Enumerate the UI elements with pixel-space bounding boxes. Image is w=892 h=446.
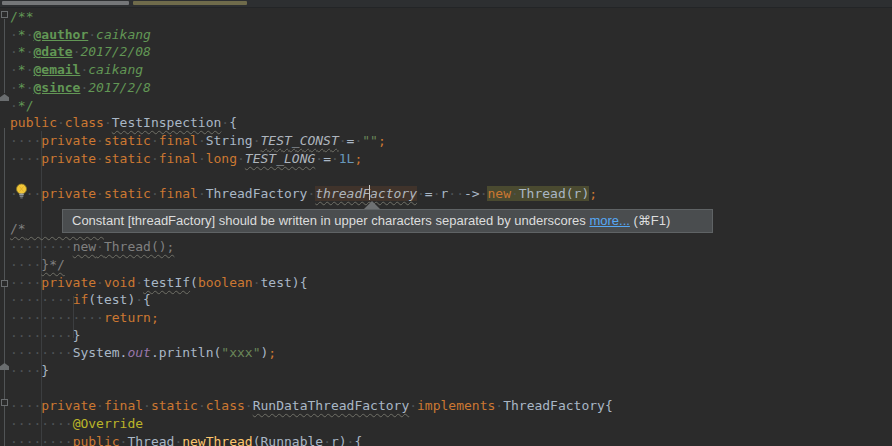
whitespace-dots: ·: [237, 151, 245, 166]
code-token: private·static·final: [41, 133, 198, 148]
code-token: return;: [104, 310, 159, 325]
whitespace-dots: ·: [135, 275, 143, 290]
code-token: TestInspection: [112, 115, 222, 130]
whitespace-dots: ·: [409, 398, 417, 413]
whitespace-dots: ····: [10, 133, 41, 148]
code-token: @date: [33, 44, 72, 59]
whitespace-dots: ····: [10, 257, 41, 272]
code-token: ····: [10, 398, 41, 413]
intention-lightbulb-icon[interactable]: [14, 183, 29, 199]
code-token: ·: [245, 398, 253, 413]
code-token: (test)·{: [88, 292, 151, 307]
code-token: ·2017/2/08: [73, 44, 151, 59]
code-line: public·class·TestInspection·{: [10, 114, 237, 132]
code-token: "xxx": [221, 345, 260, 360]
code-token: ·*/: [10, 98, 33, 113]
code-token: ;: [268, 345, 276, 360]
code-token: ········: [10, 434, 73, 446]
whitespace-dots: ········: [10, 292, 73, 307]
whitespace-dots: ········: [10, 239, 73, 254]
code-token: /**: [10, 9, 33, 24]
whitespace-dots: ····: [10, 363, 41, 378]
code-token: ·2017/2/8: [80, 80, 150, 95]
whitespace-dots: ·: [104, 115, 112, 130]
whitespace-dots: ·: [80, 80, 88, 95]
code-token: ·{: [221, 115, 237, 130]
code-line: /**: [10, 8, 33, 26]
code-token: ····: [10, 133, 41, 148]
code-line: ····}*/: [10, 256, 65, 274]
whitespace-dots: ·: [96, 133, 104, 148]
code-token: TEST_CONST: [261, 133, 339, 148]
whitespace-dots: ·: [96, 186, 104, 201]
code-line: ····private·static·final·String·TEST_CON…: [10, 132, 386, 150]
whitespace-dots: ·: [198, 151, 206, 166]
whitespace-dots: ········: [10, 345, 73, 360]
code-token: ·test){: [253, 275, 308, 290]
code-token: ;: [378, 133, 386, 148]
code-line: ········if(test)·{: [10, 291, 151, 309]
code-token: "": [362, 133, 378, 148]
code-token: private·static·final: [41, 151, 198, 166]
code-token: (: [190, 275, 198, 290]
code-line: ····private·static·final·long·TEST_LONG·…: [10, 150, 362, 168]
code-token: @since: [33, 80, 80, 95]
code-line: ····private·void·testIf(boolean·test){: [10, 274, 307, 292]
whitespace-dots: ·: [96, 239, 104, 254]
code-token: ············: [10, 310, 104, 325]
code-token: ·: [198, 151, 206, 166]
code-token: ·ThreadFactory·: [198, 186, 315, 201]
code-token: ·: [237, 151, 245, 166]
code-token: out: [127, 345, 150, 360]
whitespace-dots: ·: [253, 133, 261, 148]
code-line: ·*/: [10, 97, 33, 115]
code-token: private·final·static·class: [41, 398, 245, 413]
whitespace-dots: ·: [151, 186, 159, 201]
whitespace-dots: ·: [10, 62, 18, 77]
whitespace-dots: ········: [10, 416, 73, 431]
code-token: public·class: [10, 115, 104, 130]
whitespace-dots: ·: [339, 133, 347, 148]
code-token: (Runnable·r)·{: [253, 434, 363, 446]
code-token: ·*·: [10, 80, 33, 95]
whitespace-dots: ·: [96, 151, 104, 166]
whitespace-dots: ·: [135, 292, 143, 307]
whitespace-dots: ·: [151, 133, 159, 148]
whitespace-dots: ·: [198, 398, 206, 413]
whitespace-dots: ·: [245, 398, 253, 413]
code-token: implements: [417, 398, 495, 413]
code-token: @author: [33, 27, 88, 42]
code-token: ·caikang: [88, 27, 151, 42]
whitespace-dots: ·: [10, 27, 18, 42]
code-line: ········System.out.println("xxx");: [10, 344, 276, 362]
code-token: ·=·: [315, 151, 338, 166]
whitespace-dots: ··: [448, 186, 464, 201]
code-line: ····private·final·static·class·RunDataTh…: [10, 397, 613, 415]
code-token: ·String·: [198, 133, 261, 148]
code-token: ····: [10, 275, 41, 290]
code-line: ········public·Thread·newThread(Runnable…: [10, 433, 362, 446]
code-token: ········: [10, 239, 73, 254]
code-token: @email: [33, 62, 80, 77]
code-token: new·: [487, 186, 518, 201]
code-token: ·caikang: [80, 62, 143, 77]
code-line: ····private·static·final·ThreadFactory·t…: [10, 185, 597, 203]
code-token: ·ThreadFactory{: [495, 398, 612, 413]
code-token: ····: [10, 257, 41, 272]
code-token: private·void: [41, 275, 135, 290]
code-token: testIf: [143, 275, 190, 290]
ide-editor-window: /**·*·@author·caikang·*·@date·2017/2/08·…: [0, 0, 892, 446]
code-token: System.: [73, 345, 128, 360]
whitespace-dots: ·: [96, 275, 104, 290]
code-token: ····}: [10, 363, 49, 378]
code-token: }*/: [41, 257, 64, 272]
whitespace-dots: ····: [10, 275, 41, 290]
code-token: newThread: [182, 434, 252, 446]
whitespace-dots: ····: [10, 151, 41, 166]
code-token: private·static·final: [41, 186, 198, 201]
tooltip-more-link[interactable]: more...: [589, 213, 629, 228]
code-line: ····}: [10, 362, 49, 380]
tooltip-pointer-arrow: [364, 201, 380, 209]
whitespace-dots: ·: [10, 98, 18, 113]
code-token: public: [73, 434, 120, 446]
